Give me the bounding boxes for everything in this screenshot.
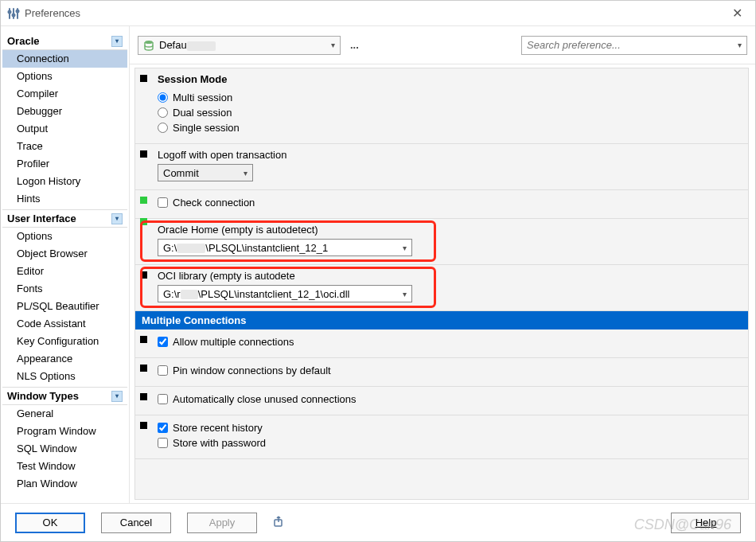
sidebar-item-object-browser[interactable]: Object Browser bbox=[2, 245, 127, 263]
chevron-down-icon: ▾ bbox=[738, 41, 742, 49]
svg-point-5 bbox=[17, 10, 19, 12]
search-combo[interactable]: ▾ bbox=[521, 36, 747, 55]
auto-close-group: Automatically close unused connections bbox=[135, 387, 748, 415]
category-header[interactable]: User Interface▾ bbox=[2, 209, 127, 228]
check-connection-group: Check connection bbox=[135, 190, 748, 219]
sidebar-item-appearance[interactable]: Appearance bbox=[2, 350, 127, 368]
preferences-icon bbox=[7, 7, 20, 20]
collapse-icon[interactable]: ▾ bbox=[111, 36, 123, 47]
sidebar-item-sql-window[interactable]: SQL Window bbox=[2, 440, 127, 458]
settings-pane: Session Mode Multi session Dual session … bbox=[134, 68, 749, 500]
sidebar-item-compiler[interactable]: Compiler bbox=[2, 85, 127, 103]
category-label: Window Types bbox=[7, 390, 111, 402]
sidebar-item-fonts[interactable]: Fonts bbox=[2, 280, 127, 298]
logoff-label: Logoff with open transaction bbox=[158, 149, 740, 161]
sidebar-item-test-window[interactable]: Test Window bbox=[2, 458, 127, 475]
sidebar-item-debugger[interactable]: Debugger bbox=[2, 103, 127, 120]
sidebar: Oracle▾ConnectionOptionsCompilerDebugger… bbox=[1, 26, 130, 503]
close-icon[interactable]: ✕ bbox=[726, 2, 749, 24]
apply-button[interactable]: Apply bbox=[187, 513, 257, 533]
sidebar-item-options[interactable]: Options bbox=[2, 68, 127, 85]
svg-point-3 bbox=[9, 10, 11, 13]
auto-close-checkbox[interactable]: Automatically close unused connections bbox=[158, 392, 740, 407]
session-mode-group: Session Mode Multi session Dual session … bbox=[135, 68, 748, 144]
svg-point-4 bbox=[13, 14, 15, 16]
scope-combo-text: Defau bbox=[159, 39, 326, 51]
oracle-home-label: Oracle Home (empty is autodetect) bbox=[158, 224, 740, 236]
sidebar-item-code-assistant[interactable]: Code Assistant bbox=[2, 315, 127, 333]
sidebar-item-trace[interactable]: Trace bbox=[2, 138, 127, 155]
sidebar-item-hints[interactable]: Hints bbox=[2, 190, 127, 208]
radio-single-session[interactable]: Single session bbox=[158, 120, 740, 135]
category-header[interactable]: Oracle▾ bbox=[2, 33, 127, 50]
more-button[interactable]: ... bbox=[347, 39, 362, 51]
category-label: Oracle bbox=[7, 35, 111, 47]
toolbar: Defau ▾ ... ▾ bbox=[130, 26, 755, 64]
sidebar-item-editor[interactable]: Editor bbox=[2, 263, 127, 280]
pin-window-checkbox[interactable]: Pin window connections by default bbox=[158, 363, 740, 378]
multiple-connections-heading: Multiple Connections bbox=[135, 311, 748, 329]
sidebar-item-nls-options[interactable]: NLS Options bbox=[2, 368, 127, 385]
titlebar: Preferences ✕ bbox=[1, 1, 755, 26]
allow-multiple-group: Allow multiple connections bbox=[135, 329, 748, 358]
logoff-select[interactable]: Commit ▾ bbox=[158, 164, 253, 181]
sidebar-item-program-window[interactable]: Program Window bbox=[2, 423, 127, 440]
radio-multi-session[interactable]: Multi session bbox=[158, 90, 740, 105]
radio-dual-session[interactable]: Dual session bbox=[158, 105, 740, 120]
help-button[interactable]: Help bbox=[671, 513, 741, 533]
oracle-home-input[interactable]: G:\\PLSQL\instantclient_12_1 ▾ bbox=[158, 239, 412, 256]
collapse-icon[interactable]: ▾ bbox=[111, 213, 123, 224]
sidebar-item-options[interactable]: Options bbox=[2, 228, 127, 245]
oracle-home-group: Oracle Home (empty is autodetect) G:\\PL… bbox=[135, 219, 748, 265]
sidebar-item-output[interactable]: Output bbox=[2, 120, 127, 138]
oci-library-group: OCI library (empty is autodete G:\r\PLSQ… bbox=[135, 265, 748, 311]
session-mode-heading: Session Mode bbox=[158, 73, 740, 85]
category-label: User Interface bbox=[7, 213, 111, 224]
sidebar-item-plan-window[interactable]: Plan Window bbox=[2, 475, 127, 493]
oci-library-input[interactable]: G:\r\PLSQL\instantclient_12_1\oci.dll ▾ bbox=[158, 285, 412, 302]
pin-window-group: Pin window connections by default bbox=[135, 358, 748, 387]
ok-button[interactable]: OK bbox=[15, 513, 85, 533]
sidebar-item-key-configuration[interactable]: Key Configuration bbox=[2, 333, 127, 350]
category-header[interactable]: Window Types▾ bbox=[2, 387, 127, 405]
store-recent-checkbox[interactable]: Store recent history bbox=[158, 420, 740, 435]
logoff-group: Logoff with open transaction Commit ▾ bbox=[135, 144, 748, 190]
svg-point-6 bbox=[145, 41, 153, 44]
window-title: Preferences bbox=[25, 7, 80, 19]
chevron-down-icon: ▾ bbox=[244, 169, 247, 177]
sidebar-item-connection[interactable]: Connection bbox=[2, 50, 127, 68]
cancel-button[interactable]: Cancel bbox=[101, 513, 171, 533]
collapse-icon[interactable]: ▾ bbox=[111, 391, 123, 402]
sidebar-item-pl-sql-beautifier[interactable]: PL/SQL Beautifier bbox=[2, 298, 127, 315]
oci-library-label: OCI library (empty is autodete bbox=[158, 270, 740, 282]
sidebar-item-general[interactable]: General bbox=[2, 405, 127, 423]
check-connection-checkbox[interactable]: Check connection bbox=[158, 195, 740, 210]
chevron-down-icon: ▾ bbox=[331, 41, 335, 49]
chevron-down-icon: ▾ bbox=[403, 244, 407, 252]
footer: OK Cancel Apply Help CSDN@Can96 bbox=[1, 503, 755, 541]
sidebar-item-profiler[interactable]: Profiler bbox=[2, 155, 127, 173]
export-icon[interactable] bbox=[273, 515, 286, 530]
allow-multiple-checkbox[interactable]: Allow multiple connections bbox=[158, 334, 740, 349]
store-history-group: Store recent history Store with password bbox=[135, 415, 748, 459]
sidebar-item-logon-history[interactable]: Logon History bbox=[2, 173, 127, 190]
store-password-checkbox[interactable]: Store with password bbox=[158, 435, 740, 450]
scope-combo[interactable]: Defau ▾ bbox=[138, 36, 341, 55]
chevron-down-icon: ▾ bbox=[403, 290, 407, 298]
search-input[interactable] bbox=[527, 39, 738, 51]
database-icon bbox=[143, 40, 154, 51]
